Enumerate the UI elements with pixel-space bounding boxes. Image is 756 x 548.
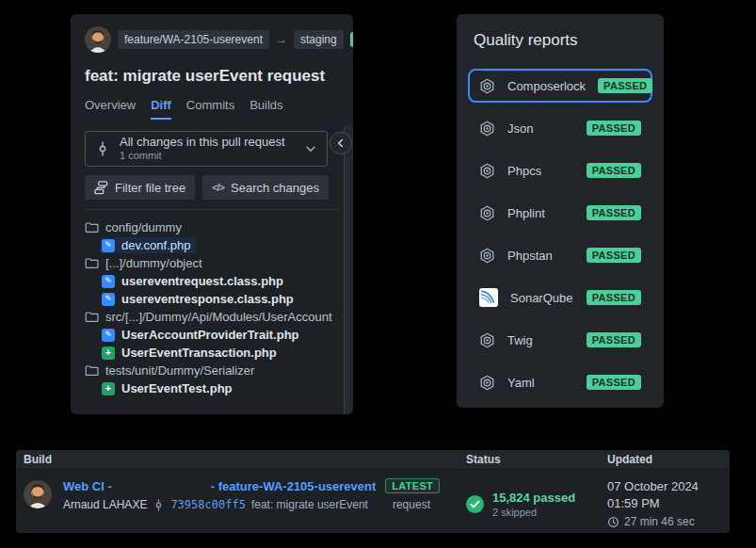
column-build: Build — [16, 453, 458, 466]
success-check-icon — [466, 495, 484, 513]
commit-icon — [153, 499, 165, 511]
quality-report-twig[interactable]: Twig PASSED — [468, 323, 652, 357]
folder-icon — [85, 310, 99, 324]
tree-file[interactable]: + UserEventTransaction.php — [85, 344, 339, 362]
commit-hash-link[interactable]: 73958c00ff5 — [170, 498, 245, 511]
quality-gate-icon — [479, 332, 495, 348]
collapse-sidebar-button[interactable] — [330, 132, 352, 154]
chevron-left-icon — [334, 137, 347, 150]
clock-icon — [607, 516, 619, 528]
filter-file-tree-button[interactable]: Filter file tree — [85, 175, 195, 200]
commit-message: feat: migrate userEvent — [251, 498, 368, 511]
tab-commits[interactable]: Commits — [186, 98, 234, 120]
quality-report-yaml[interactable]: Yaml PASSED — [468, 365, 652, 399]
modified-file-icon: ✎ — [102, 275, 115, 288]
tree-file[interactable]: ✎ usereventrequest.class.php — [85, 272, 339, 290]
quality-reports-list: Composerlock PASSED Json PASSED Phpcs PA… — [468, 69, 652, 399]
quality-report-sonarqube[interactable]: SonarQube PASSED — [468, 281, 652, 314]
tree-file[interactable]: ✎ usereventresponse.class.php — [85, 290, 339, 308]
tree-folder[interactable]: [...]/dummy/object — [85, 254, 339, 272]
merged-status-badge: MERGED — [350, 32, 353, 47]
builds-table-header: Build Status Updated — [16, 450, 730, 470]
commit-message-suffix: request — [393, 498, 430, 511]
tree-toolbar: Filter file tree </> Search changes — [85, 175, 339, 200]
tab-builds[interactable]: Builds — [249, 98, 282, 120]
quality-report-phpcs[interactable]: Phpcs PASSED — [468, 153, 652, 187]
quality-report-phplint[interactable]: Phplint PASSED — [468, 196, 652, 230]
latest-badge: LATEST — [385, 478, 440, 493]
tree-file-selected[interactable]: ✎ dev.conf.php — [85, 236, 339, 254]
branch-arrow: → — [276, 33, 287, 46]
build-author-avatar[interactable] — [24, 480, 52, 508]
commit-icon — [95, 141, 110, 156]
passed-badge: PASSED — [598, 78, 652, 93]
quality-report-json[interactable]: Json PASSED — [468, 111, 652, 145]
target-branch-chip[interactable]: staging — [294, 30, 344, 49]
builds-table: Build Status Updated Web CI - - feature-… — [16, 450, 730, 533]
build-duration: 27 min 46 sec — [624, 514, 695, 529]
sonarqube-icon — [479, 288, 498, 307]
updated-timestamp: 07 October 2024 01:59 PM — [607, 478, 724, 511]
quality-reports-panel: Quality reports Composerlock PASSED Json… — [457, 14, 664, 408]
passed-badge: PASSED — [587, 375, 641, 390]
passed-badge: PASSED — [587, 290, 641, 305]
tree-file[interactable]: ✎ UserAccountProviderTrait.php — [85, 326, 339, 344]
passed-badge: PASSED — [587, 121, 641, 136]
quality-gate-icon — [479, 205, 495, 221]
pull-request-panel: feature/WA-2105-userevent → staging MERG… — [71, 14, 353, 414]
build-author-name: Arnaud LAHAXE — [63, 498, 147, 511]
screen: feature/WA-2105-userevent → staging MERG… — [0, 0, 756, 548]
file-tree-icon — [94, 181, 108, 195]
chevron-down-icon — [304, 142, 317, 155]
quality-gate-icon — [479, 248, 495, 264]
code-icon: </> — [212, 182, 224, 193]
modified-file-icon: ✎ — [102, 293, 115, 306]
build-cell: Web CI - - feature-WA-2105-userevent LAT… — [16, 478, 458, 529]
search-changes-button[interactable]: </> Search changes — [202, 175, 329, 200]
passed-badge: PASSED — [587, 205, 641, 220]
added-file-icon: + — [102, 382, 115, 395]
tree-file[interactable]: + UserEventTest.php — [85, 379, 339, 397]
changes-select-label: All changes in this pull request — [120, 136, 285, 150]
build-link-branch[interactable]: - feature-WA-2105-userevent — [211, 479, 377, 493]
tests-skipped-count: 2 skipped — [492, 507, 575, 518]
tab-diff[interactable]: Diff — [151, 98, 171, 120]
pr-tab-bar: Overview Diff Commits Builds — [85, 98, 339, 120]
passed-badge: PASSED — [587, 248, 641, 263]
pr-author-avatar[interactable] — [85, 26, 111, 53]
changes-select-sublabel: 1 commit — [120, 150, 285, 162]
quality-report-composerlock[interactable]: Composerlock PASSED — [468, 69, 652, 103]
diff-panel-edge — [344, 124, 353, 414]
quality-gate-icon — [479, 121, 495, 137]
tab-overview[interactable]: Overview — [85, 98, 136, 120]
passed-badge: PASSED — [587, 332, 641, 347]
build-row: Web CI - - feature-WA-2105-userevent LAT… — [16, 470, 730, 529]
modified-file-icon: ✎ — [102, 329, 115, 342]
quality-gate-icon — [479, 163, 495, 179]
pr-title: feat: migrate userEvent request — [85, 67, 339, 86]
file-tree: config/dummy ✎ dev.conf.php [...]/dummy/… — [85, 209, 339, 397]
folder-icon — [85, 256, 99, 270]
folder-icon — [85, 220, 99, 234]
quality-report-phpstan[interactable]: Phpstan PASSED — [468, 238, 652, 272]
pr-header: feature/WA-2105-userevent → staging MERG… — [85, 26, 339, 53]
status-cell: 15,824 passed 2 skipped — [458, 478, 600, 529]
tests-passed-count: 15,824 passed — [492, 491, 575, 505]
modified-file-icon: ✎ — [102, 239, 115, 252]
added-file-icon: + — [102, 347, 115, 360]
column-status: Status — [458, 453, 600, 466]
updated-cell: 07 October 2024 01:59 PM 27 min 46 sec — [600, 478, 730, 529]
tree-folder[interactable]: tests/unit/Dummy/Serializer — [85, 362, 339, 379]
passed-badge: PASSED — [587, 163, 641, 178]
folder-icon — [85, 363, 99, 378]
quality-reports-title: Quality reports — [474, 31, 652, 50]
tree-folder[interactable]: config/dummy — [85, 218, 339, 236]
quality-gate-icon — [479, 78, 495, 94]
build-link-prefix[interactable]: Web CI - — [63, 479, 112, 493]
changes-select[interactable]: All changes in this pull request 1 commi… — [85, 131, 328, 167]
tree-folder[interactable]: src/[...]/Dummy/Api/Modules/UserAccount — [85, 308, 339, 326]
column-updated: Updated — [600, 453, 730, 466]
quality-gate-icon — [479, 375, 495, 391]
source-branch-chip[interactable]: feature/WA-2105-userevent — [118, 30, 269, 49]
